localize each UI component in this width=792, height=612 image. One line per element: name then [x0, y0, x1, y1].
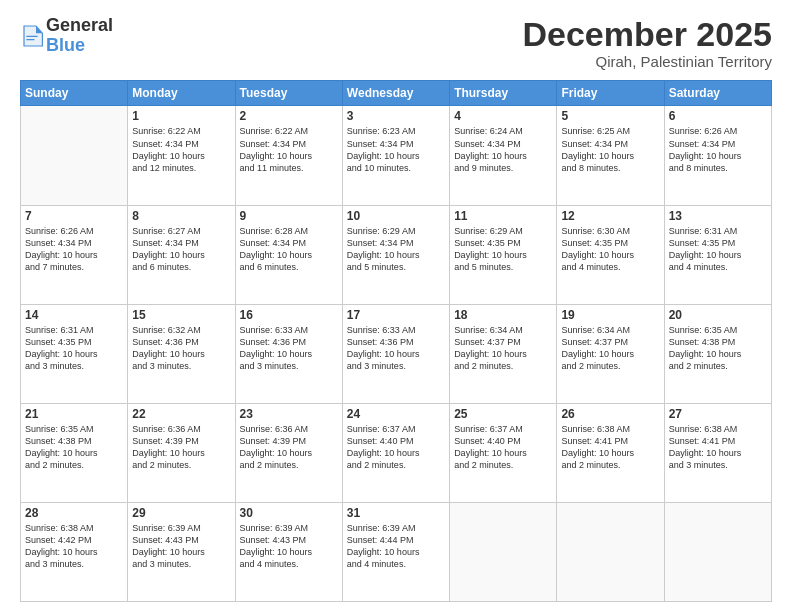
day-info: Sunrise: 6:29 AMSunset: 4:34 PMDaylight:…: [347, 225, 445, 274]
table-row: 25Sunrise: 6:37 AMSunset: 4:40 PMDayligh…: [450, 403, 557, 502]
table-row: 5Sunrise: 6:25 AMSunset: 4:34 PMDaylight…: [557, 106, 664, 205]
col-thursday: Thursday: [450, 81, 557, 106]
day-number: 20: [669, 308, 767, 322]
day-info: Sunrise: 6:34 AMSunset: 4:37 PMDaylight:…: [454, 324, 552, 373]
day-info: Sunrise: 6:36 AMSunset: 4:39 PMDaylight:…: [240, 423, 338, 472]
day-number: 6: [669, 109, 767, 123]
table-row: 4Sunrise: 6:24 AMSunset: 4:34 PMDaylight…: [450, 106, 557, 205]
day-info: Sunrise: 6:39 AMSunset: 4:43 PMDaylight:…: [132, 522, 230, 571]
title-block: December 2025 Qirah, Palestinian Territo…: [522, 16, 772, 70]
day-info: Sunrise: 6:32 AMSunset: 4:36 PMDaylight:…: [132, 324, 230, 373]
day-number: 9: [240, 209, 338, 223]
calendar-header-row: Sunday Monday Tuesday Wednesday Thursday…: [21, 81, 772, 106]
table-row: [21, 106, 128, 205]
table-row: 29Sunrise: 6:39 AMSunset: 4:43 PMDayligh…: [128, 502, 235, 601]
page: General Blue December 2025 Qirah, Palest…: [0, 0, 792, 612]
day-number: 18: [454, 308, 552, 322]
table-row: 19Sunrise: 6:34 AMSunset: 4:37 PMDayligh…: [557, 304, 664, 403]
day-info: Sunrise: 6:26 AMSunset: 4:34 PMDaylight:…: [25, 225, 123, 274]
day-number: 4: [454, 109, 552, 123]
day-info: Sunrise: 6:37 AMSunset: 4:40 PMDaylight:…: [454, 423, 552, 472]
day-info: Sunrise: 6:29 AMSunset: 4:35 PMDaylight:…: [454, 225, 552, 274]
day-number: 15: [132, 308, 230, 322]
logo: General Blue: [20, 16, 113, 56]
day-number: 23: [240, 407, 338, 421]
table-row: 12Sunrise: 6:30 AMSunset: 4:35 PMDayligh…: [557, 205, 664, 304]
day-number: 19: [561, 308, 659, 322]
table-row: 9Sunrise: 6:28 AMSunset: 4:34 PMDaylight…: [235, 205, 342, 304]
table-row: 27Sunrise: 6:38 AMSunset: 4:41 PMDayligh…: [664, 403, 771, 502]
day-number: 30: [240, 506, 338, 520]
logo-icon: [20, 22, 44, 50]
table-row: 26Sunrise: 6:38 AMSunset: 4:41 PMDayligh…: [557, 403, 664, 502]
table-row: [557, 502, 664, 601]
day-number: 28: [25, 506, 123, 520]
calendar: Sunday Monday Tuesday Wednesday Thursday…: [20, 80, 772, 602]
day-info: Sunrise: 6:28 AMSunset: 4:34 PMDaylight:…: [240, 225, 338, 274]
day-info: Sunrise: 6:38 AMSunset: 4:42 PMDaylight:…: [25, 522, 123, 571]
col-wednesday: Wednesday: [342, 81, 449, 106]
table-row: 2Sunrise: 6:22 AMSunset: 4:34 PMDaylight…: [235, 106, 342, 205]
day-number: 22: [132, 407, 230, 421]
table-row: 31Sunrise: 6:39 AMSunset: 4:44 PMDayligh…: [342, 502, 449, 601]
day-number: 8: [132, 209, 230, 223]
day-info: Sunrise: 6:35 AMSunset: 4:38 PMDaylight:…: [669, 324, 767, 373]
day-number: 13: [669, 209, 767, 223]
col-monday: Monday: [128, 81, 235, 106]
main-title: December 2025: [522, 16, 772, 53]
day-number: 17: [347, 308, 445, 322]
table-row: 23Sunrise: 6:36 AMSunset: 4:39 PMDayligh…: [235, 403, 342, 502]
table-row: [450, 502, 557, 601]
day-number: 24: [347, 407, 445, 421]
day-info: Sunrise: 6:33 AMSunset: 4:36 PMDaylight:…: [240, 324, 338, 373]
col-sunday: Sunday: [21, 81, 128, 106]
table-row: 8Sunrise: 6:27 AMSunset: 4:34 PMDaylight…: [128, 205, 235, 304]
day-info: Sunrise: 6:27 AMSunset: 4:34 PMDaylight:…: [132, 225, 230, 274]
day-number: 25: [454, 407, 552, 421]
day-number: 27: [669, 407, 767, 421]
day-info: Sunrise: 6:35 AMSunset: 4:38 PMDaylight:…: [25, 423, 123, 472]
day-info: Sunrise: 6:38 AMSunset: 4:41 PMDaylight:…: [561, 423, 659, 472]
table-row: 22Sunrise: 6:36 AMSunset: 4:39 PMDayligh…: [128, 403, 235, 502]
table-row: 20Sunrise: 6:35 AMSunset: 4:38 PMDayligh…: [664, 304, 771, 403]
subtitle: Qirah, Palestinian Territory: [522, 53, 772, 70]
day-info: Sunrise: 6:36 AMSunset: 4:39 PMDaylight:…: [132, 423, 230, 472]
table-row: 14Sunrise: 6:31 AMSunset: 4:35 PMDayligh…: [21, 304, 128, 403]
day-number: 21: [25, 407, 123, 421]
table-row: 15Sunrise: 6:32 AMSunset: 4:36 PMDayligh…: [128, 304, 235, 403]
day-number: 10: [347, 209, 445, 223]
day-info: Sunrise: 6:39 AMSunset: 4:44 PMDaylight:…: [347, 522, 445, 571]
day-info: Sunrise: 6:22 AMSunset: 4:34 PMDaylight:…: [132, 125, 230, 174]
day-info: Sunrise: 6:24 AMSunset: 4:34 PMDaylight:…: [454, 125, 552, 174]
day-number: 1: [132, 109, 230, 123]
day-info: Sunrise: 6:33 AMSunset: 4:36 PMDaylight:…: [347, 324, 445, 373]
logo-general-text: General: [46, 16, 113, 36]
header: General Blue December 2025 Qirah, Palest…: [20, 16, 772, 70]
day-info: Sunrise: 6:39 AMSunset: 4:43 PMDaylight:…: [240, 522, 338, 571]
day-info: Sunrise: 6:25 AMSunset: 4:34 PMDaylight:…: [561, 125, 659, 174]
logo-blue-text: Blue: [46, 36, 113, 56]
table-row: [664, 502, 771, 601]
day-number: 7: [25, 209, 123, 223]
day-number: 29: [132, 506, 230, 520]
day-number: 14: [25, 308, 123, 322]
table-row: 28Sunrise: 6:38 AMSunset: 4:42 PMDayligh…: [21, 502, 128, 601]
day-info: Sunrise: 6:30 AMSunset: 4:35 PMDaylight:…: [561, 225, 659, 274]
day-info: Sunrise: 6:31 AMSunset: 4:35 PMDaylight:…: [669, 225, 767, 274]
col-tuesday: Tuesday: [235, 81, 342, 106]
day-number: 2: [240, 109, 338, 123]
day-number: 11: [454, 209, 552, 223]
day-number: 5: [561, 109, 659, 123]
day-number: 12: [561, 209, 659, 223]
table-row: 3Sunrise: 6:23 AMSunset: 4:34 PMDaylight…: [342, 106, 449, 205]
day-info: Sunrise: 6:37 AMSunset: 4:40 PMDaylight:…: [347, 423, 445, 472]
table-row: 1Sunrise: 6:22 AMSunset: 4:34 PMDaylight…: [128, 106, 235, 205]
table-row: 11Sunrise: 6:29 AMSunset: 4:35 PMDayligh…: [450, 205, 557, 304]
table-row: 10Sunrise: 6:29 AMSunset: 4:34 PMDayligh…: [342, 205, 449, 304]
col-friday: Friday: [557, 81, 664, 106]
table-row: 18Sunrise: 6:34 AMSunset: 4:37 PMDayligh…: [450, 304, 557, 403]
day-info: Sunrise: 6:34 AMSunset: 4:37 PMDaylight:…: [561, 324, 659, 373]
day-info: Sunrise: 6:22 AMSunset: 4:34 PMDaylight:…: [240, 125, 338, 174]
day-info: Sunrise: 6:23 AMSunset: 4:34 PMDaylight:…: [347, 125, 445, 174]
table-row: 30Sunrise: 6:39 AMSunset: 4:43 PMDayligh…: [235, 502, 342, 601]
